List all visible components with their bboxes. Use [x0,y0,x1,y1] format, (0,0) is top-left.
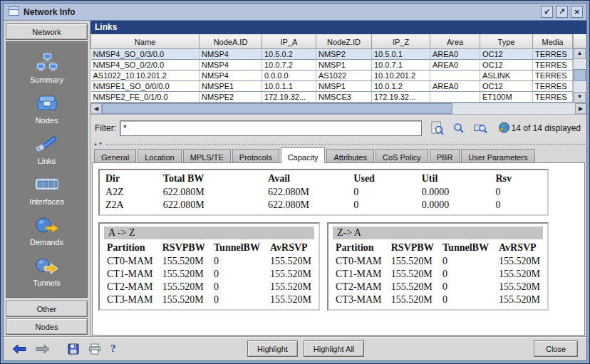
vertical-scrollbar[interactable]: ▲ ▼ [573,34,586,103]
back-icon[interactable] [12,344,26,354]
maximize-button[interactable]: ↗ [556,6,568,18]
capacity-row: Z2A622.080M622.080M00.00000 [103,199,544,212]
links-table-row[interactable]: AS1022_10.10.201.2NMSP40.0.0.0AS102210.1… [91,71,573,81]
window-icon [9,6,19,17]
highlight-button[interactable]: Highlight [247,340,298,357]
links-table-row[interactable]: NMSPE2_FE_0/1/0.0NMSPE2172.19.32...NMSCE… [91,92,573,103]
cell: NMSCE3 [316,92,372,103]
network-category-button[interactable]: Network [6,24,88,40]
scrollbar-header-stub [574,34,586,48]
tab-cos-policy[interactable]: CoS Policy [376,149,428,162]
sidebar-item-links[interactable]: Links [6,129,87,170]
cell: 155.520M [496,293,543,306]
tab-attributes[interactable]: Attributes [326,149,373,162]
links-icon [35,133,59,155]
horizontal-scroll-track[interactable] [452,103,575,114]
capacity-column-tunnelbw: TunnelBW [211,241,267,255]
sidebar-item-interfaces[interactable]: Interfaces [6,170,87,210]
globe-locate-icon[interactable] [497,122,510,134]
cell: TERRES [533,92,573,103]
help-icon[interactable]: ? [110,343,116,355]
save-icon[interactable] [68,343,79,355]
splitter-down-icon[interactable]: ▼ [98,142,103,146]
window-inner: Network Info ↙ ↗ × Network SummaryNodesL… [3,3,587,361]
close-window-button[interactable]: × [571,6,583,18]
highlight-all-button[interactable]: Highlight All [304,340,364,357]
sidebar-item-demands[interactable]: Demands [6,210,87,251]
minimize-button[interactable]: ↙ [541,6,553,18]
cell: 10.5.0.2 [262,49,316,60]
vertical-scroll-thumb[interactable] [574,69,586,81]
close-button[interactable]: Close [534,340,578,357]
capacity-column-rsvpbw: RSVPBW [388,241,440,255]
scroll-up-button[interactable]: ▲ [574,48,586,59]
other-category-button[interactable]: Other [6,301,88,317]
titlebar[interactable]: Network Info ↙ ↗ × [4,4,586,21]
sidebar-item-label: Interfaces [29,197,63,206]
splitter-up-icon[interactable]: ▲ [93,142,98,146]
capacity-row: CT0-MAM155.520M0155.520M [333,255,543,268]
tab-location[interactable]: Location [138,149,182,162]
scroll-right-button[interactable]: ▶ [575,103,586,114]
cell: 155.520M [267,281,314,293]
links-table-row[interactable]: NMSP4_SO_0/3/0.0NMSP410.5.0.2NMSP210.5.0… [91,49,573,60]
cell: CT0-MAM [104,255,160,268]
cell: 155.520M [160,268,211,281]
vertical-scroll-track[interactable] [574,59,586,92]
cell: 622.080M [265,199,351,212]
column-header-area[interactable]: Area [430,35,480,49]
tab-capacity[interactable]: Capacity [281,147,326,163]
forward-icon[interactable] [36,344,50,354]
cell: 155.520M [160,281,211,293]
window-title: Network Info [24,7,76,17]
cell: AREA0 [430,49,480,60]
zoom-in-icon[interactable] [453,123,465,134]
scroll-left-button[interactable]: ◀ [90,103,102,114]
split-pane-divider[interactable]: ▲ ▼ [90,141,586,147]
cell: 155.520M [267,268,314,281]
column-header-ip-a[interactable]: IP_A [262,35,316,49]
capacity-column-avrsvp: AvRSVP [496,241,543,255]
report-search-icon[interactable] [431,121,444,135]
cell: 155.520M [496,268,543,281]
nodes-category-button[interactable]: Nodes [6,318,88,335]
links-table-row[interactable]: NMSP4_SO_0/2/0.0NMSP410.0.7.2NMSP110.0.7… [91,60,573,71]
horizontal-scrollbar[interactable]: ◀ ▶ [90,103,586,115]
scroll-down-button[interactable]: ▼ [574,92,586,103]
nodes-icon [35,93,59,114]
sidebar-item-label: Demands [30,238,63,246]
splitter-line [106,144,585,145]
column-header-nodea-id[interactable]: NodeA.ID [200,35,262,49]
cell [430,71,480,81]
print-icon[interactable] [88,343,101,355]
cell: CT3-MAM [104,293,160,306]
cell: AREA0 [430,81,480,92]
cell: 0 [211,268,267,281]
horizontal-scroll-thumb[interactable] [102,103,452,114]
tab-general[interactable]: General [94,149,136,162]
filter-input[interactable] [120,120,422,136]
column-header-ip-z[interactable]: IP_Z [372,35,430,49]
tab-mpls-te[interactable]: MPLS/TE [183,149,231,162]
column-header-type[interactable]: Type [480,35,533,49]
cell: 155.520M [388,268,440,281]
sidebar-item-nodes[interactable]: Nodes [6,88,87,129]
links-table-row[interactable]: NMSPE1_SO_0/0/0.0NMSPE110.0.1.1NMSP110.0… [91,81,573,92]
sidebar-item-tunnels[interactable]: Tunnels [6,251,87,291]
tab-pbr[interactable]: PBR [430,149,460,162]
footer-nav-icons: ? [12,343,167,355]
tab-user-parameters[interactable]: User Parameters [461,149,534,162]
zoom-area-icon[interactable] [474,123,488,134]
column-header-media[interactable]: Media [533,35,573,49]
sidebar-item-summary[interactable]: Summary [6,48,87,88]
cell: 622.080M [265,186,351,199]
cell: TERRES [533,49,573,60]
column-header-name[interactable]: Name [91,35,200,49]
a-to-z-title: A -> Z [104,227,314,239]
capacity-summary-table: DirTotal BWAvailUsedUtilRsvA2Z622.080M62… [103,172,544,212]
cell: 10.0.7.1 [372,60,430,71]
column-header-nodez-id[interactable]: NodeZ.ID [316,35,372,49]
network-info-window: Network Info ↙ ↗ × Network SummaryNodesL… [0,0,590,364]
tab-protocols[interactable]: Protocols [232,149,279,162]
capacity-column-partition: Partition [104,241,160,255]
